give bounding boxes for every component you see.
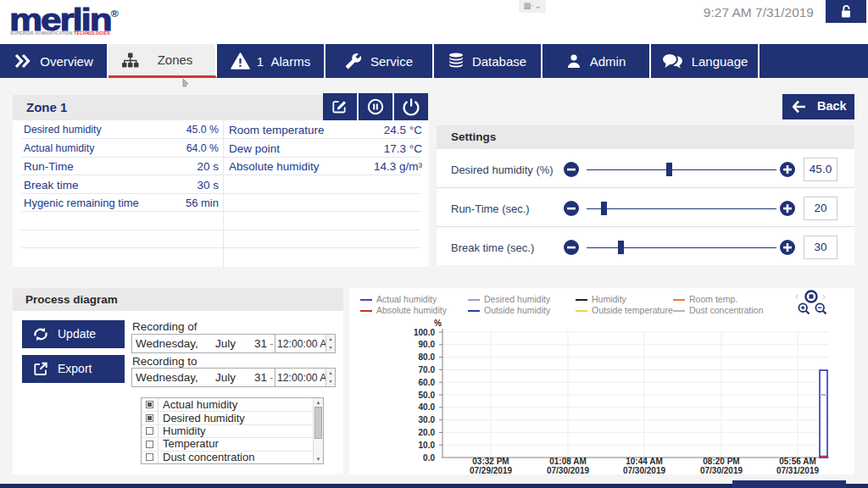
svg-text:07/30/2019: 07/30/2019 (623, 466, 665, 474)
svg-text:07/30/2019: 07/30/2019 (700, 466, 743, 474)
svg-text:90.0: 90.0 (419, 340, 436, 349)
svg-text:07/30/2019: 07/30/2019 (547, 466, 589, 474)
svg-text:08:20 PM: 08:20 PM (703, 457, 739, 466)
svg-text:100.0: 100.0 (414, 328, 435, 337)
svg-text:01:08 AM: 01:08 AM (549, 457, 587, 466)
svg-text:%: % (434, 319, 442, 328)
svg-text:07/31/2019: 07/31/2019 (776, 466, 819, 474)
svg-text:50.0: 50.0 (419, 391, 436, 400)
svg-text:70.0: 70.0 (419, 365, 436, 374)
svg-text:05:56 AM: 05:56 AM (779, 457, 816, 466)
svg-text:03:32 PM: 03:32 PM (472, 457, 509, 466)
svg-text:40.0: 40.0 (419, 402, 436, 412)
svg-text:30.0: 30.0 (419, 415, 436, 424)
svg-text:07/29/2019: 07/29/2019 (470, 466, 512, 474)
svg-text:80.0: 80.0 (419, 352, 436, 362)
svg-text:10.0: 10.0 (419, 441, 436, 450)
svg-text:20.0: 20.0 (419, 428, 436, 437)
svg-text:60.0: 60.0 (419, 378, 436, 387)
svg-text:10:44 AM: 10:44 AM (626, 457, 663, 466)
svg-text:0.0: 0.0 (423, 453, 435, 463)
